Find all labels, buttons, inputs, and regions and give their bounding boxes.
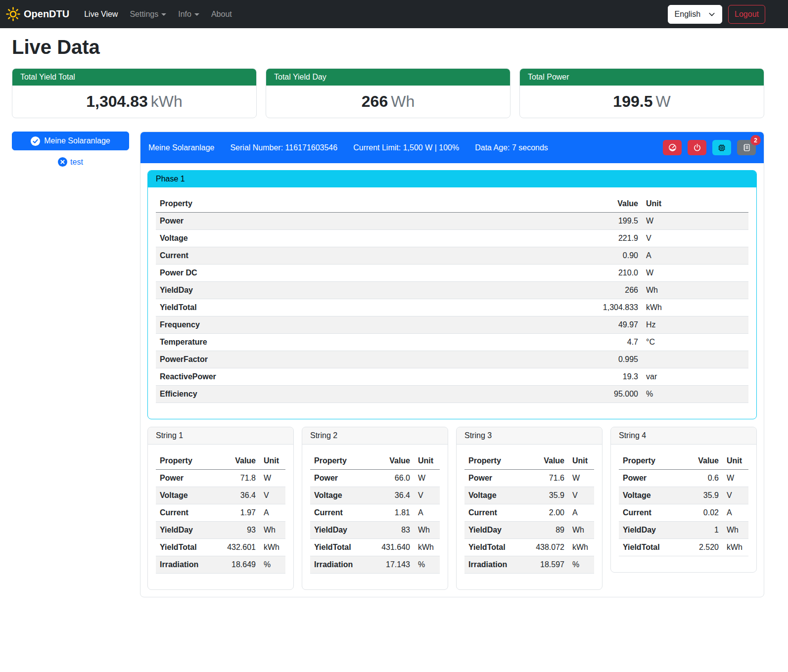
page: Live Data Total Yield Total 1,304.83kWh … [0, 36, 788, 604]
strings-row: String 1 Property Value Unit [147, 427, 757, 590]
table-row: PowerFactor 0.995 [156, 351, 748, 368]
table-row: Frequency 49.97 Hz [156, 316, 748, 334]
phase-table: Property Value Unit Power [156, 195, 748, 403]
unit-cell: V [260, 487, 285, 504]
column-property: Property [156, 195, 583, 213]
unit-cell: Wh [260, 522, 285, 539]
string-title: String 4 [611, 427, 756, 445]
string-card-1: String 1 Property Value Unit [147, 427, 294, 590]
nav-link-settings[interactable]: Settings [126, 6, 170, 23]
table-header-row: Property Value Unit [156, 195, 748, 213]
table-row: YieldTotal 438.072 kWh [464, 539, 594, 556]
card-unit: Wh [391, 92, 415, 110]
nav-link-live-view[interactable]: Live View [80, 6, 122, 23]
inverter-card-header: Meine Solaranlage Serial Number: 1161716… [140, 132, 764, 163]
table-row: YieldDay 89 Wh [464, 522, 594, 539]
property-cell: Frequency [156, 316, 583, 334]
property-cell: Irradiation [310, 556, 367, 574]
column-unit: Unit [642, 195, 748, 213]
nav-link-info[interactable]: Info [174, 6, 203, 23]
property-cell: YieldDay [310, 522, 367, 539]
property-cell: Power [464, 470, 521, 487]
table-header-row: Property Value Unit [310, 452, 440, 470]
language-select[interactable]: English [668, 5, 722, 24]
property-cell: Power [310, 470, 367, 487]
logout-button[interactable]: Logout [728, 5, 765, 24]
property-cell: Temperature [156, 334, 583, 351]
nav-link-about[interactable]: About [207, 6, 236, 23]
unit-cell: % [260, 556, 285, 574]
card-unit: kWh [151, 92, 183, 110]
property-cell: YieldTotal [619, 539, 676, 556]
string-title: String 3 [457, 427, 602, 445]
power-limit-button[interactable] [663, 140, 682, 155]
table-row: Current 1.81 A [310, 504, 440, 522]
value-cell: 93 [213, 522, 260, 539]
value-cell: 0.90 [583, 247, 642, 265]
sidebar-inverter-selected[interactable]: Meine Solaranlage [12, 132, 129, 150]
unit-cell: kWh [568, 539, 594, 556]
value-cell: 18.649 [213, 556, 260, 574]
property-cell: Irradiation [464, 556, 521, 574]
event-log-button[interactable]: 2 [737, 140, 756, 155]
summary-card-total-yield-day: Total Yield Day 266Wh [266, 68, 510, 118]
value-cell: 66.0 [367, 470, 414, 487]
table-row: Voltage 35.9 V [619, 487, 748, 504]
property-cell: PowerFactor [156, 351, 583, 368]
property-cell: Voltage [619, 487, 676, 504]
unit-cell: A [723, 504, 748, 522]
table-row: YieldTotal 2.520 kWh [619, 539, 748, 556]
phase-card: Phase 1 Property Value Unit [147, 170, 757, 419]
table-row: ReactivePower 19.3 var [156, 368, 748, 386]
table-row: Current 2.00 A [464, 504, 594, 522]
unit-cell: V [642, 230, 748, 247]
event-count-badge: 2 [750, 135, 761, 145]
value-cell: 431.640 [367, 539, 414, 556]
string-table: Property Value Unit Power [619, 452, 748, 556]
value-cell: 1 [676, 522, 723, 539]
power-icon [693, 143, 701, 152]
sidebar-inverter-test[interactable]: test [12, 157, 129, 167]
column-value: Value [213, 452, 260, 470]
card-title: Total Power [520, 69, 764, 86]
device-info-button[interactable] [712, 140, 731, 155]
table-row: YieldTotal 1,304.833 kWh [156, 299, 748, 316]
string-card-4: String 4 Property Value Unit [610, 427, 757, 573]
property-cell: YieldDay [156, 282, 583, 299]
card-title: Total Yield Day [266, 69, 510, 86]
cpu-icon [717, 143, 726, 152]
unit-cell: kWh [642, 299, 748, 316]
column-property: Property [310, 452, 367, 470]
summary-card-total-power: Total Power 199.5W [519, 68, 764, 118]
table-row: YieldDay 93 Wh [156, 522, 285, 539]
unit-cell: var [642, 368, 748, 386]
value-cell: 0.02 [676, 504, 723, 522]
table-row: Power DC 210.0 W [156, 265, 748, 282]
string-card-3: String 3 Property Value Unit [456, 427, 603, 590]
table-header-row: Property Value Unit [156, 452, 285, 470]
string-title: String 2 [302, 427, 448, 445]
summary-row: Total Yield Total 1,304.83kWh Total Yiel… [12, 68, 764, 118]
value-cell: 17.143 [367, 556, 414, 574]
property-cell: YieldDay [619, 522, 676, 539]
card-unit: W [655, 92, 670, 110]
navbar-right: English Logout [668, 5, 765, 24]
unit-cell: Wh [723, 522, 748, 539]
inverter-actions: 2 [663, 140, 756, 155]
sun-icon [6, 7, 20, 21]
value-cell: 35.9 [521, 487, 568, 504]
value-cell: 2.520 [676, 539, 723, 556]
table-row: YieldDay 83 Wh [310, 522, 440, 539]
unit-cell: W [723, 470, 748, 487]
property-cell: Voltage [156, 487, 213, 504]
property-cell: Irradiation [156, 556, 213, 574]
property-cell: Power [619, 470, 676, 487]
brand[interactable]: OpenDTU [6, 7, 69, 21]
string-title: String 1 [148, 427, 293, 445]
column-property: Property [619, 452, 676, 470]
inverter-name-label: Meine Solaranlage [44, 136, 110, 145]
unit-cell: W [414, 470, 440, 487]
value-cell: 199.5 [583, 213, 642, 230]
value-cell: 35.9 [676, 487, 723, 504]
power-toggle-button[interactable] [688, 140, 706, 155]
